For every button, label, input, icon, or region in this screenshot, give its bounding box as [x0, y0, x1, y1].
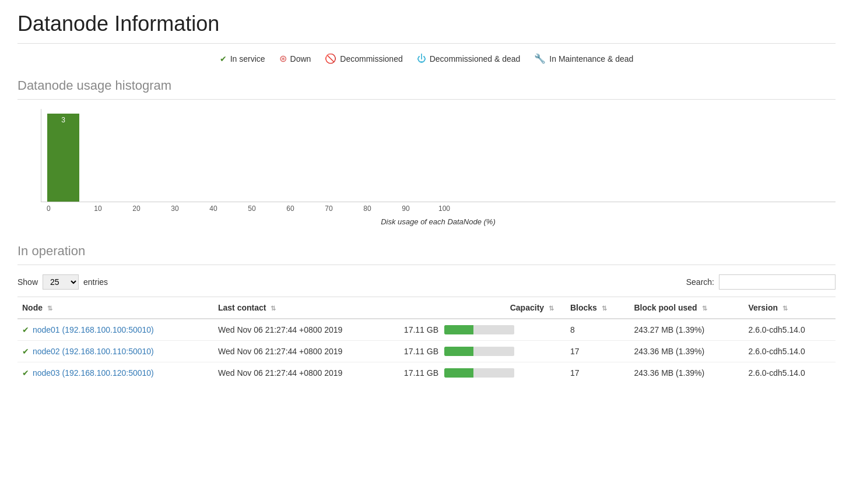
decommissioned-label: Decommissioned — [340, 54, 402, 64]
cell-capacity-2: 17.11 GB — [399, 362, 566, 384]
bar-value-label: 3 — [61, 114, 65, 124]
node-link-0[interactable]: node01 (192.168.100.100:50010) — [33, 325, 154, 334]
cell-blocks-2: 17 — [566, 362, 630, 384]
sort-version-icon: ⇅ — [782, 305, 788, 312]
search-label: Search: — [686, 277, 714, 287]
cell-last-contact-2: Wed Nov 06 21:27:44 +0800 2019 — [213, 362, 399, 384]
histogram-section: Datanode usage histogram 3 0 10 20 30 40… — [17, 78, 836, 226]
node-status-icon-1: ✔ — [22, 347, 29, 356]
x-label-70: 70 — [310, 205, 348, 213]
histogram-bar: 3 — [47, 114, 79, 202]
col-capacity[interactable]: Capacity ⇅ — [399, 297, 566, 319]
x-label-30: 30 — [156, 205, 194, 213]
bar-group: 3 — [41, 109, 79, 202]
cell-version-1: 2.6.0-cdh5.14.0 — [743, 341, 836, 362]
maintenance-dead-label: In Maintenance & dead — [549, 54, 633, 64]
table-controls: Show 25 50 100 entries Search: — [17, 274, 836, 290]
cell-node-1: ✔ node02 (192.168.100.110:50010) — [17, 341, 213, 362]
decommissioned-dead-label: Decommissioned & dead — [430, 54, 521, 64]
sort-node-icon: ⇅ — [47, 305, 52, 312]
sort-capacity-icon: ⇅ — [549, 305, 554, 312]
x-axis-labels: 0 10 20 30 40 50 60 70 80 90 100 — [41, 205, 836, 213]
x-label-20: 20 — [117, 205, 156, 213]
sort-last-contact-icon: ⇅ — [271, 305, 276, 312]
capacity-bar-bg-2 — [444, 368, 514, 378]
in-service-icon: ✔ — [220, 54, 227, 64]
cell-blocks-1: 17 — [566, 341, 630, 362]
table-header: Node ⇅ Last contact ⇅ Capacity ⇅ Blocks … — [17, 297, 836, 319]
legend-decommissioned-dead: ⏻ Decommissioned & dead — [417, 54, 521, 64]
legend-down: ⊛ Down — [279, 53, 311, 64]
x-label-50: 50 — [233, 205, 271, 213]
x-label-0: 0 — [47, 205, 79, 213]
col-version[interactable]: Version ⇅ — [743, 297, 836, 319]
legend: ✔ In service ⊛ Down 🚫 Decommissioned ⏻ D… — [17, 53, 836, 64]
operation-section: In operation Show 25 50 100 entries Sear… — [17, 244, 836, 383]
down-icon: ⊛ — [279, 53, 287, 64]
histogram-chart: 3 0 10 20 30 40 50 60 70 80 90 100 Disk … — [17, 109, 836, 226]
cell-capacity-1: 17.11 GB — [399, 341, 566, 362]
entries-select[interactable]: 25 50 100 — [43, 274, 79, 290]
in-service-label: In service — [230, 54, 265, 64]
cell-last-contact-0: Wed Nov 06 21:27:44 +0800 2019 — [213, 319, 399, 341]
histogram-divider — [17, 99, 836, 100]
node-link-2[interactable]: node03 (192.168.100.120:50010) — [33, 368, 154, 378]
table-row: ✔ node01 (192.168.100.100:50010) Wed Nov… — [17, 319, 836, 341]
legend-decommissioned: 🚫 Decommissioned — [325, 53, 402, 64]
sort-blocks-icon: ⇅ — [602, 305, 607, 312]
cell-node-0: ✔ node01 (192.168.100.100:50010) — [17, 319, 213, 341]
capacity-value-1: 17.11 GB — [404, 347, 438, 356]
col-block-pool-used[interactable]: Block pool used ⇅ — [630, 297, 744, 319]
entries-label: entries — [83, 277, 108, 287]
maintenance-dead-icon: 🔧 — [534, 53, 546, 64]
node-status-icon-0: ✔ — [22, 325, 29, 334]
x-label-60: 60 — [271, 205, 310, 213]
x-axis-title: Disk usage of each DataNode (%) — [41, 217, 836, 226]
page-container: Datanode Information ✔ In service ⊛ Down… — [0, 0, 853, 395]
x-label-90: 90 — [387, 205, 425, 213]
show-label: Show — [17, 277, 38, 287]
chart-area: 3 — [41, 109, 836, 202]
capacity-value-2: 17.11 GB — [404, 368, 438, 378]
cell-version-2: 2.6.0-cdh5.14.0 — [743, 362, 836, 384]
capacity-bar-bg-0 — [444, 325, 514, 334]
page-title: Datanode Information — [17, 12, 836, 36]
operation-divider — [17, 265, 836, 265]
operation-title: In operation — [17, 244, 836, 259]
col-blocks[interactable]: Blocks ⇅ — [566, 297, 630, 319]
show-entries: Show 25 50 100 entries — [17, 274, 108, 290]
table-row: ✔ node02 (192.168.100.110:50010) Wed Nov… — [17, 341, 836, 362]
x-label-10: 10 — [79, 205, 117, 213]
legend-in-service: ✔ In service — [220, 54, 265, 64]
x-label-40: 40 — [194, 205, 233, 213]
search-box: Search: — [686, 274, 836, 290]
cell-block-pool-used-2: 243.36 MB (1.39%) — [630, 362, 744, 384]
table-row: ✔ node03 (192.168.100.120:50010) Wed Nov… — [17, 362, 836, 384]
capacity-bar-fill-0 — [444, 325, 473, 334]
table-body: ✔ node01 (192.168.100.100:50010) Wed Nov… — [17, 319, 836, 383]
x-label-100: 100 — [425, 205, 464, 213]
node-status-icon-2: ✔ — [22, 368, 29, 378]
capacity-bar-bg-1 — [444, 347, 514, 356]
decommissioned-icon: 🚫 — [325, 53, 336, 64]
datanode-table: Node ⇅ Last contact ⇅ Capacity ⇅ Blocks … — [17, 297, 836, 383]
histogram-title: Datanode usage histogram — [17, 78, 836, 93]
capacity-bar-fill-1 — [444, 347, 473, 356]
capacity-bar-fill-2 — [444, 368, 473, 378]
capacity-value-0: 17.11 GB — [404, 325, 438, 334]
col-last-contact[interactable]: Last contact ⇅ — [213, 297, 399, 319]
x-label-80: 80 — [348, 205, 387, 213]
cell-capacity-0: 17.11 GB — [399, 319, 566, 341]
node-link-1[interactable]: node02 (192.168.100.110:50010) — [33, 347, 154, 356]
cell-block-pool-used-1: 243.36 MB (1.39%) — [630, 341, 744, 362]
col-node[interactable]: Node ⇅ — [17, 297, 213, 319]
cell-block-pool-used-0: 243.27 MB (1.39%) — [630, 319, 744, 341]
search-input[interactable] — [719, 274, 836, 290]
header-row: Node ⇅ Last contact ⇅ Capacity ⇅ Blocks … — [17, 297, 836, 319]
cell-version-0: 2.6.0-cdh5.14.0 — [743, 319, 836, 341]
legend-maintenance-dead: 🔧 In Maintenance & dead — [534, 53, 633, 64]
title-divider — [17, 43, 836, 44]
cell-blocks-0: 8 — [566, 319, 630, 341]
decommissioned-dead-icon: ⏻ — [417, 54, 426, 64]
cell-node-2: ✔ node03 (192.168.100.120:50010) — [17, 362, 213, 384]
